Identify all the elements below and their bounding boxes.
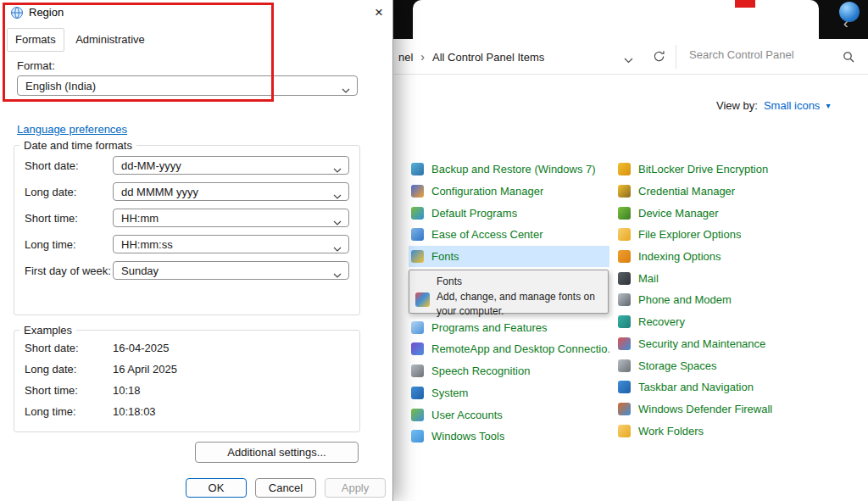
close-icon[interactable]: × (368, 3, 390, 23)
fonts-icon (415, 292, 430, 307)
cp-item-programs-and-features[interactable]: Programs and Features (409, 316, 609, 338)
long-time-value: HH:mm:ss (121, 238, 173, 251)
first-day-of-week-label: First day of week: (25, 264, 113, 277)
additional-settings-button[interactable]: Additional settings... (195, 442, 359, 463)
cp-item-configuration-manager[interactable]: Configuration Manager (409, 181, 609, 203)
long-time-label: Long time: (25, 238, 113, 251)
format-label: Format: (17, 59, 55, 72)
cp-item-fonts[interactable]: Fonts (409, 246, 609, 268)
long-date-value: dd MMMM yyyy (121, 186, 198, 198)
cp-item-phone-and-modem[interactable]: Phone and Modem (615, 289, 827, 311)
cp-item-label: Ease of Access Center (431, 228, 543, 241)
view-by-caret-icon[interactable]: ▾ (826, 101, 830, 110)
example-short-date-label: Short date: (25, 340, 113, 356)
cancel-button[interactable]: Cancel (255, 478, 316, 498)
breadcrumb-path-fragment[interactable]: nel (398, 51, 413, 64)
tab-administrative[interactable]: Administrative (68, 29, 153, 51)
example-short-time-value: 10:18 (113, 382, 141, 398)
cp-item-windows-defender-firewall[interactable]: Windows Defender Firewall (615, 398, 827, 420)
search-box[interactable] (676, 39, 868, 75)
cp-item-label: BitLocker Drive Encryption (638, 163, 768, 175)
cp-item-default-programs[interactable]: Default Programs (409, 202, 609, 224)
storage-spaces-icon (618, 359, 631, 372)
indexing-options-icon (618, 250, 631, 263)
cp-item-user-accounts[interactable]: User Accounts (409, 404, 609, 426)
search-input[interactable] (689, 48, 829, 61)
cp-item-label: Configuration Manager (431, 185, 543, 198)
language-preferences-link[interactable]: Language preferences (17, 123, 127, 136)
address-bar: nel › All Control Panel Items (393, 39, 868, 75)
example-long-time-value: 10:18:03 (113, 404, 156, 420)
cp-item-recovery[interactable]: Recovery (615, 311, 827, 333)
cp-item-storage-spaces[interactable]: Storage Spaces (615, 354, 827, 376)
taskbar-and-navigation-icon (618, 381, 631, 393)
chevron-left-icon[interactable]: ‹ (843, 16, 849, 31)
short-time-value: HH:mm (121, 212, 159, 225)
credential-manager-icon (618, 185, 631, 198)
cp-item-label: Taskbar and Navigation (638, 381, 754, 393)
cp-item-label: RemoteApp and Desktop Connectio... (431, 342, 609, 355)
cp-item-speech-recognition[interactable]: Speech Recognition (409, 360, 609, 382)
example-long-date-value: 16 April 2025 (113, 361, 177, 377)
address-dropdown-icon[interactable] (624, 52, 633, 67)
mail-icon (618, 272, 631, 285)
cp-item-label: Windows Tools (431, 430, 504, 443)
configuration-manager-icon (411, 185, 424, 198)
cp-item-windows-tools[interactable]: Windows Tools (409, 426, 609, 448)
cp-item-work-folders[interactable]: Work Folders (615, 420, 827, 442)
screen: ‹ nel › All Control Panel Items s View b… (0, 0, 868, 501)
breadcrumb-current[interactable]: All Control Panel Items (432, 51, 544, 64)
cp-item-label: Backup and Restore (Windows 7) (431, 163, 596, 175)
cp-item-label: User Accounts (431, 409, 503, 421)
examples-group: Examples Short date: 16-04-2025 Long dat… (14, 324, 360, 432)
file-explorer-options-icon (618, 228, 631, 241)
cp-item-credential-manager[interactable]: Credential Manager (615, 181, 827, 203)
cp-item-label: Credential Manager (638, 185, 735, 198)
cp-item-remoteapp-and-desktop-connectio[interactable]: RemoteApp and Desktop Connectio... (409, 338, 609, 360)
cp-item-mail[interactable]: Mail (615, 267, 827, 289)
example-short-time-label: Short time: (25, 382, 113, 398)
ok-button[interactable]: OK (186, 478, 247, 498)
tab-formats[interactable]: Formats (7, 28, 64, 52)
copilot-icon[interactable] (839, 2, 860, 22)
windows-tools-icon (411, 430, 424, 443)
refresh-icon[interactable] (653, 50, 665, 66)
cp-item-label: Work Folders (638, 425, 704, 437)
cp-item-file-explorer-options[interactable]: File Explorer Options (615, 224, 827, 246)
long-time-select[interactable]: HH:mm:ss (113, 235, 349, 253)
long-date-label: Long date: (25, 186, 113, 198)
cp-item-label: File Explorer Options (638, 228, 741, 241)
chevron-down-icon (333, 163, 342, 175)
cp-item-bitlocker-drive-encryption[interactable]: BitLocker Drive Encryption (615, 159, 827, 181)
cp-item-label: Indexing Options (638, 250, 721, 263)
dialog-tabs: Formats Administrative (7, 28, 153, 52)
cp-item-label: Default Programs (431, 207, 517, 220)
backup-restore-icon (411, 163, 424, 175)
search-icon[interactable] (843, 51, 854, 66)
breadcrumb-separator-icon: › (420, 50, 425, 64)
cp-item-system[interactable]: System (409, 382, 609, 404)
format-select[interactable]: English (India) (17, 75, 358, 96)
datetime-formats-group: Date and time formats Short date: dd-MM-… (14, 139, 360, 315)
cp-item-label: Storage Spaces (638, 359, 717, 372)
view-by-value[interactable]: Small icons (764, 99, 820, 112)
apply-button[interactable]: Apply (325, 478, 386, 498)
tooltip-body: Add, change, and manage fonts on your co… (437, 290, 601, 320)
cp-item-security-and-maintenance[interactable]: Security and Maintenance (615, 333, 827, 355)
short-time-select[interactable]: HH:mm (113, 209, 349, 227)
cp-item-taskbar-and-navigation[interactable]: Taskbar and Navigation (615, 376, 827, 398)
cp-item-device-manager[interactable]: Device Manager (615, 202, 827, 224)
work-folders-icon (618, 425, 631, 437)
cp-item-label: Windows Defender Firewall (638, 403, 772, 415)
cp-item-ease-of-access-center[interactable]: Ease of Access Center (409, 224, 609, 246)
bitlocker-icon (618, 163, 631, 175)
cp-item-label: Device Manager (638, 207, 719, 220)
cp-item-label: Mail (638, 272, 659, 285)
long-date-select[interactable]: dd MMMM yyyy (113, 182, 349, 201)
cp-item-label: Security and Maintenance (638, 337, 765, 350)
cp-item-backup-and-restore-windows-7[interactable]: Backup and Restore (Windows 7) (409, 159, 609, 181)
short-date-select[interactable]: dd-MM-yyyy (113, 156, 349, 175)
first-day-of-week-select[interactable]: Sunday (113, 261, 349, 280)
cp-item-indexing-options[interactable]: Indexing Options (615, 246, 827, 268)
short-date-value: dd-MM-yyyy (121, 159, 181, 172)
